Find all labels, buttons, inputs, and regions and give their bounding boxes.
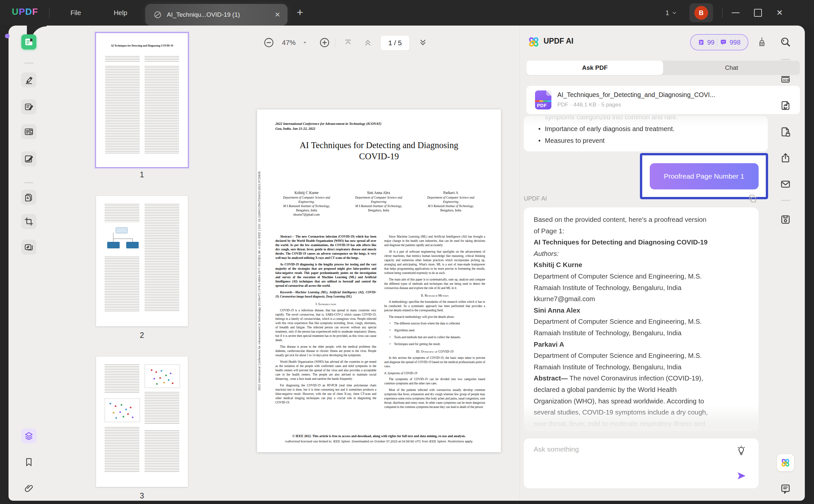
rail-divider xyxy=(24,182,33,183)
sidebar-item-organize-pages[interactable] xyxy=(21,190,36,205)
ai-mode-tabs: Ask PDF Chat xyxy=(527,61,800,75)
save-button[interactable] xyxy=(777,211,794,228)
doc-credit-icon xyxy=(698,39,705,46)
paragraph: For diagnosing the COVID-19 an RT-PCR (r… xyxy=(275,383,376,405)
ai-message-partial: symptoms categorized into common and rar… xyxy=(524,116,768,151)
sidebar-item-comment[interactable] xyxy=(21,72,36,87)
previous-page-button[interactable] xyxy=(360,34,375,51)
updf-ai-floating-button[interactable] xyxy=(777,454,794,471)
flowchart-box xyxy=(126,242,139,248)
mail-icon xyxy=(780,179,791,190)
paragraph: In this section the symptoms of COVID-19… xyxy=(384,356,485,369)
menu-help[interactable]: Help xyxy=(108,0,133,26)
email-button[interactable] xyxy=(777,176,794,193)
sidebar-item-attachment[interactable] xyxy=(21,481,36,496)
send-button[interactable] xyxy=(736,471,747,481)
page-thumbnail-1[interactable]: AI Techniques for Detecting and Diagnosi… xyxy=(96,33,188,167)
paragraph: The symptoms of COVID-19 can be divided … xyxy=(384,377,485,386)
layers-icon xyxy=(24,431,34,441)
zoom-in-button[interactable] xyxy=(317,34,332,51)
tab-close-icon[interactable]: ✕ xyxy=(274,11,280,19)
page-thumbnail-2[interactable] xyxy=(96,196,188,326)
response-line: Ramaiah Institute of Technology, Bengalu… xyxy=(534,361,750,373)
tab-count-dropdown[interactable]: 1 xyxy=(666,0,677,26)
updf-logo-letter: D xyxy=(25,7,32,17)
copy-response-button[interactable] xyxy=(748,194,757,203)
paragraph: III. Overview of COVID-19 xyxy=(384,349,485,354)
response-line: Organization (WHO), has spread worldwide… xyxy=(534,396,750,407)
paragraph: The main aim of this paper is to systema… xyxy=(384,278,485,290)
share-export-icon xyxy=(780,152,791,164)
pdf-page[interactable]: 2022 International Conference for Advanc… xyxy=(257,109,501,452)
sidebar-item-edit[interactable] xyxy=(21,99,36,114)
response-line: sore throat, fever, mild to moderate res… xyxy=(534,418,750,430)
zoom-out-button[interactable] xyxy=(262,34,276,51)
zoom-level[interactable]: 47% xyxy=(278,34,300,51)
sidebar-item-layers[interactable] xyxy=(21,428,36,443)
paper-title: AI Techniques for Detecting and Diagnosi… xyxy=(257,140,501,162)
maximize-icon xyxy=(754,9,762,17)
sidebar-item-reading-panel[interactable] xyxy=(21,124,36,139)
pages-copy-icon xyxy=(24,192,34,202)
document-tab[interactable]: AI_Techniqu...OVID-19 (1) ✕ xyxy=(145,4,287,26)
credits-pill[interactable]: 99 998 xyxy=(690,34,748,50)
faded-line: symptoms categorized into common and rar… xyxy=(545,116,758,121)
page-panel-icon xyxy=(24,127,34,137)
right-column: Since Machine Learning (ML) and Artifici… xyxy=(384,235,485,431)
convert-button[interactable] xyxy=(777,97,794,114)
share-button[interactable] xyxy=(777,149,794,166)
tab-ask-pdf[interactable]: Ask PDF xyxy=(527,61,663,75)
ask-input-card xyxy=(524,438,759,488)
scroll-to-top-button[interactable] xyxy=(341,34,355,51)
sidebar-item-bookmark[interactable] xyxy=(21,455,36,470)
close-icon: ✕ xyxy=(776,8,783,17)
sidebar-item-crop[interactable] xyxy=(21,214,36,229)
clear-chat-button[interactable] xyxy=(757,37,767,47)
close-button[interactable]: ✕ xyxy=(770,0,789,26)
paragraph: Algorithms used. xyxy=(384,328,485,333)
crop-icon xyxy=(24,217,34,226)
page-indicator[interactable]: 1 / 5 xyxy=(380,35,410,51)
tutorial-highlight-box: Proofread Page Number 1 xyxy=(640,153,768,199)
attached-file-card[interactable]: PDF AI_Techniques_for_Detecting_and_Diag… xyxy=(527,86,800,114)
tab-count-value: 1 xyxy=(666,9,669,17)
annotation-note-button[interactable] xyxy=(777,480,794,497)
page-thumbnail-3[interactable] xyxy=(96,357,188,487)
response-line: kkurne7@gmail.com xyxy=(534,293,750,305)
protect-button[interactable] xyxy=(777,123,794,140)
page-number-label: 1 xyxy=(96,170,188,179)
scatter-plot-figure xyxy=(105,398,140,422)
ocr-button[interactable]: OCR xyxy=(777,70,794,87)
response-line: Parkavi A xyxy=(534,339,750,350)
sidebar-item-reader[interactable] xyxy=(21,34,36,49)
ai-response-message: Based on the provided content, here's a … xyxy=(524,207,759,431)
sidebar-item-fill-sign[interactable] xyxy=(21,151,36,166)
minimize-button[interactable] xyxy=(727,0,745,26)
convert-file-icon xyxy=(780,100,791,111)
titlebar-divider xyxy=(49,8,49,17)
next-page-button[interactable] xyxy=(416,34,430,51)
maximize-button[interactable] xyxy=(749,0,767,26)
ask-input[interactable] xyxy=(533,445,718,454)
response-line: of Page 1: xyxy=(534,225,750,237)
double-chevron-up-icon xyxy=(363,38,372,47)
paragraph: The different sources from where the dat… xyxy=(384,321,485,326)
zoom-dropdown[interactable] xyxy=(300,34,309,51)
response-line: Authors: xyxy=(534,248,750,260)
response-line: declared a global pandemic by the World … xyxy=(534,384,750,396)
response-text: Based on the provided content, here's a … xyxy=(534,214,750,429)
caret-down-icon xyxy=(302,40,307,45)
flowchart-box xyxy=(107,242,120,248)
search-button[interactable] xyxy=(777,33,794,50)
account-button[interactable]: B xyxy=(689,3,713,22)
paragraph: COVID-19 is a infectious disease, that h… xyxy=(275,308,376,342)
new-tab-button[interactable]: + xyxy=(297,0,303,26)
sidebar-item-slideshow[interactable] xyxy=(21,240,36,255)
file-meta: PDF · 446.1 KB · 5 pages xyxy=(557,102,621,108)
chat-credit-icon xyxy=(720,39,727,46)
prompt-ideas-button[interactable] xyxy=(736,446,746,456)
doc-credit-count: 99 xyxy=(707,39,714,46)
menu-file[interactable]: File xyxy=(64,0,87,26)
proofread-page-button[interactable]: Proofread Page Number 1 xyxy=(650,163,759,189)
app-window: AI Techniques for Detecting and Diagnosi… xyxy=(9,26,805,501)
